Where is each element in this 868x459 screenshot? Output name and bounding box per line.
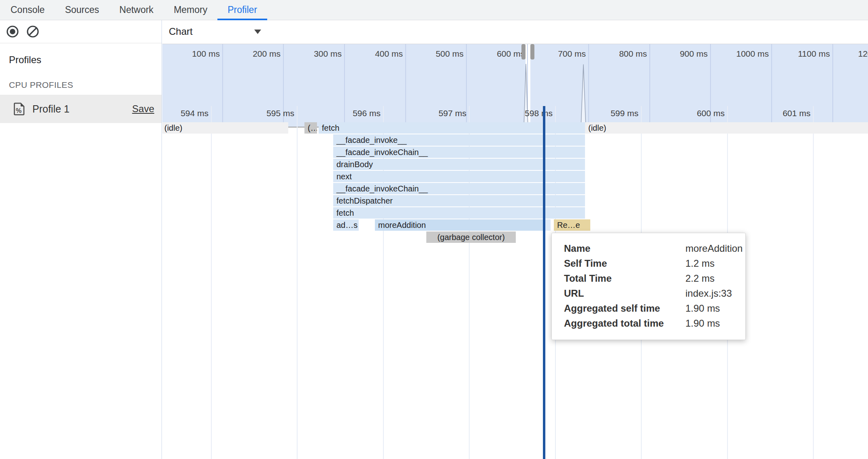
tab-profiler[interactable]: Profiler: [228, 0, 257, 20]
sidebar-toolbar: [0, 20, 162, 43]
tooltip-label: Aggregated total time: [564, 318, 685, 329]
flame-frame-facade-invokechain[interactable]: __facade_invokeChain__: [333, 183, 585, 194]
clear-icon: [26, 25, 40, 38]
tab-network[interactable]: Network: [119, 0, 153, 20]
record-icon: [6, 25, 19, 38]
flame-frame-fetch[interactable]: fetch: [333, 207, 585, 219]
flame-frame-idle[interactable]: (idle): [585, 122, 868, 134]
record-button[interactable]: [6, 25, 19, 38]
profile-list-item[interactable]: % Profile 1 Save: [0, 95, 162, 123]
svg-text:%: %: [16, 107, 21, 114]
profiler-main-panel: Chart 100 ms200 ms300 ms400 ms500 ms600 …: [162, 20, 868, 459]
save-profile-link[interactable]: Save: [132, 103, 154, 115]
profile-document-icon: %: [13, 102, 26, 116]
tooltip-row: Total Time2.2 ms: [564, 273, 736, 284]
cpu-profiles-section-label: CPU PROFILES: [9, 80, 162, 90]
view-mode-select[interactable]: Chart: [169, 26, 261, 37]
detail-tick-label: 597 ms: [410, 108, 466, 118]
tooltip-row: Aggregated total time1.90 ms: [564, 318, 736, 329]
flame-frame-fetchdispatcher[interactable]: fetchDispatcher: [333, 195, 585, 206]
tab-console[interactable]: Console: [11, 0, 45, 20]
flame-frame-facade-invoke[interactable]: __facade_invoke__: [333, 134, 585, 146]
flame-frame-moreaddition[interactable]: moreAddition: [375, 219, 543, 231]
tooltip-value: 1.90 ms: [685, 303, 720, 314]
flame-frame-re-e[interactable]: Re…e: [554, 219, 590, 231]
flame-frame-drainbody[interactable]: drainBody: [333, 159, 585, 170]
tooltip-value: 1.90 ms: [685, 318, 720, 329]
view-mode-label: Chart: [169, 26, 193, 37]
flame-frame-garbage-collector[interactable]: (garbage collector): [426, 232, 516, 243]
detail-tick-label: 600 ms: [668, 108, 725, 118]
profiles-title: Profiles: [9, 54, 162, 66]
detail-tick-label: 594 ms: [162, 108, 208, 118]
tooltip-row: NamemoreAddition: [564, 243, 736, 254]
flame-frame-idle[interactable]: (idle): [162, 122, 288, 134]
detail-gridline: [813, 106, 814, 459]
overview-right-resize-handle[interactable]: [530, 44, 534, 60]
tooltip-value: 1.2 ms: [685, 258, 715, 269]
profile-name: Profile 1: [32, 103, 70, 115]
tooltip-value: moreAddition: [685, 243, 742, 254]
tab-memory[interactable]: Memory: [174, 0, 207, 20]
detail-gridline: [297, 106, 298, 459]
frame-tooltip: NamemoreAdditionSelf Time1.2 msTotal Tim…: [551, 233, 746, 340]
detail-tick-label: 599 ms: [582, 108, 638, 118]
tooltip-label: URL: [564, 288, 685, 299]
tooltip-row: URLindex.js:33: [564, 288, 736, 299]
flame-frame-next[interactable]: next: [333, 171, 585, 182]
tooltip-label: Self Time: [564, 258, 685, 269]
detail-gridline: [211, 106, 212, 459]
tooltip-row: Self Time1.2 ms: [564, 258, 736, 269]
detail-tick-label: 601 ms: [754, 108, 811, 118]
chevron-down-icon: [254, 30, 261, 34]
profiler-sidebar: Profiles CPU PROFILES % Profile 1 Save: [0, 20, 162, 459]
flame-frame-facade-invokechain[interactable]: __facade_invokeChain__: [333, 147, 585, 158]
tooltip-value: index.js:33: [685, 288, 732, 299]
flame-frame-[interactable]: (…: [304, 122, 317, 134]
flame-frame-ad-s[interactable]: ad…s: [333, 219, 359, 231]
devtools-tabbar: ConsoleSourcesNetworkMemoryProfiler: [0, 0, 868, 20]
overview-left-resize-handle[interactable]: [521, 44, 525, 60]
tooltip-value: 2.2 ms: [685, 273, 715, 284]
tooltip-label: Name: [564, 243, 685, 254]
selected-time-marker: [543, 106, 545, 459]
devtools-window: ConsoleSourcesNetworkMemoryProfiler Prof…: [0, 0, 868, 459]
tab-sources[interactable]: Sources: [65, 0, 99, 20]
detail-tick-label: 595 ms: [238, 108, 294, 118]
tooltip-label: Aggregated self time: [564, 303, 685, 314]
clear-button[interactable]: [26, 25, 40, 38]
tooltip-label: Total Time: [564, 273, 685, 284]
flame-frame[interactable]: [545, 219, 551, 231]
detail-tick-label: 596 ms: [324, 108, 381, 118]
tooltip-row: Aggregated self time1.90 ms: [564, 303, 736, 314]
